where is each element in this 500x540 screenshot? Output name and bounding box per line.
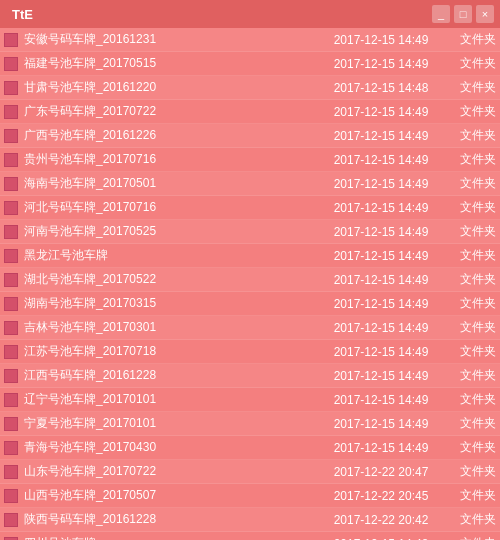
- file-type: 文件夹: [446, 367, 496, 384]
- table-row[interactable]: 广西号池车牌_201612262017-12-15 14:49文件夹: [0, 124, 500, 148]
- file-name: 广西号池车牌_20161226: [24, 127, 316, 144]
- table-row[interactable]: 湖南号池车牌_201703152017-12-15 14:49文件夹: [0, 292, 500, 316]
- folder-icon: [4, 369, 18, 383]
- file-date: 2017-12-15 14:49: [316, 201, 446, 215]
- file-date: 2017-12-15 14:48: [316, 537, 446, 541]
- file-type: 文件夹: [446, 127, 496, 144]
- folder-icon: [4, 441, 18, 455]
- folder-icon: [4, 81, 18, 95]
- file-name: 海南号池车牌_20170501: [24, 175, 316, 192]
- file-name: 山东号池车牌_20170722: [24, 463, 316, 480]
- file-type: 文件夹: [446, 223, 496, 240]
- folder-icon: [4, 105, 18, 119]
- folder-icon: [4, 177, 18, 191]
- file-name: 宁夏号池车牌_20170101: [24, 415, 316, 432]
- table-row[interactable]: 山西号池车牌_201705072017-12-22 20:45文件夹: [0, 484, 500, 508]
- file-type: 文件夹: [446, 175, 496, 192]
- folder-icon: [4, 153, 18, 167]
- file-date: 2017-12-15 14:49: [316, 153, 446, 167]
- file-name: 吉林号池车牌_20170301: [24, 319, 316, 336]
- file-name: 四川号池车牌: [24, 535, 316, 540]
- file-date: 2017-12-15 14:49: [316, 273, 446, 287]
- file-name: 安徽号码车牌_20161231: [24, 31, 316, 48]
- file-name: 黑龙江号池车牌: [24, 247, 316, 264]
- file-type: 文件夹: [446, 439, 496, 456]
- folder-icon: [4, 513, 18, 527]
- minimize-button[interactable]: _: [432, 5, 450, 23]
- file-name: 陕西号码车牌_20161228: [24, 511, 316, 528]
- file-date: 2017-12-15 14:49: [316, 441, 446, 455]
- maximize-button[interactable]: □: [454, 5, 472, 23]
- table-row[interactable]: 四川号池车牌2017-12-15 14:48文件夹: [0, 532, 500, 540]
- folder-icon: [4, 393, 18, 407]
- file-type: 文件夹: [446, 319, 496, 336]
- table-row[interactable]: 吉林号池车牌_201703012017-12-15 14:49文件夹: [0, 316, 500, 340]
- file-type: 文件夹: [446, 31, 496, 48]
- file-type: 文件夹: [446, 535, 496, 540]
- table-row[interactable]: 黑龙江号池车牌2017-12-15 14:49文件夹: [0, 244, 500, 268]
- file-date: 2017-12-15 14:49: [316, 177, 446, 191]
- folder-icon: [4, 225, 18, 239]
- table-row[interactable]: 甘肃号池车牌_201612202017-12-15 14:48文件夹: [0, 76, 500, 100]
- file-type: 文件夹: [446, 247, 496, 264]
- file-name: 甘肃号池车牌_20161220: [24, 79, 316, 96]
- folder-icon: [4, 297, 18, 311]
- table-row[interactable]: 河北号码车牌_201707162017-12-15 14:49文件夹: [0, 196, 500, 220]
- file-type: 文件夹: [446, 271, 496, 288]
- file-date: 2017-12-22 20:45: [316, 489, 446, 503]
- file-date: 2017-12-15 14:48: [316, 81, 446, 95]
- table-row[interactable]: 山东号池车牌_201707222017-12-22 20:47文件夹: [0, 460, 500, 484]
- file-type: 文件夹: [446, 295, 496, 312]
- file-date: 2017-12-15 14:49: [316, 321, 446, 335]
- file-date: 2017-12-15 14:49: [316, 225, 446, 239]
- folder-icon: [4, 417, 18, 431]
- close-button[interactable]: ×: [476, 5, 494, 23]
- file-name: 湖南号池车牌_20170315: [24, 295, 316, 312]
- table-row[interactable]: 贵州号池车牌_201707162017-12-15 14:49文件夹: [0, 148, 500, 172]
- folder-icon: [4, 273, 18, 287]
- folder-icon: [4, 537, 18, 541]
- file-name: 山西号池车牌_20170507: [24, 487, 316, 504]
- table-row[interactable]: 辽宁号池车牌_201701012017-12-15 14:49文件夹: [0, 388, 500, 412]
- file-type: 文件夹: [446, 151, 496, 168]
- folder-icon: [4, 345, 18, 359]
- file-type: 文件夹: [446, 511, 496, 528]
- table-row[interactable]: 青海号池车牌_201704302017-12-15 14:49文件夹: [0, 436, 500, 460]
- folder-icon: [4, 321, 18, 335]
- file-list: 安徽号码车牌_201612312017-12-15 14:49文件夹福建号池车牌…: [0, 28, 500, 540]
- title-bar: TtE _ □ ×: [0, 0, 500, 28]
- file-date: 2017-12-15 14:49: [316, 345, 446, 359]
- file-type: 文件夹: [446, 487, 496, 504]
- table-row[interactable]: 宁夏号池车牌_201701012017-12-15 14:49文件夹: [0, 412, 500, 436]
- file-type: 文件夹: [446, 79, 496, 96]
- folder-icon: [4, 465, 18, 479]
- folder-icon: [4, 33, 18, 47]
- folder-icon: [4, 129, 18, 143]
- table-row[interactable]: 江苏号池车牌_201707182017-12-15 14:49文件夹: [0, 340, 500, 364]
- file-type: 文件夹: [446, 391, 496, 408]
- folder-icon: [4, 489, 18, 503]
- table-row[interactable]: 安徽号码车牌_201612312017-12-15 14:49文件夹: [0, 28, 500, 52]
- table-row[interactable]: 广东号码车牌_201707222017-12-15 14:49文件夹: [0, 100, 500, 124]
- table-row[interactable]: 海南号池车牌_201705012017-12-15 14:49文件夹: [0, 172, 500, 196]
- file-type: 文件夹: [446, 103, 496, 120]
- file-name: 江苏号池车牌_20170718: [24, 343, 316, 360]
- file-name: 湖北号池车牌_20170522: [24, 271, 316, 288]
- table-row[interactable]: 河南号池车牌_201705252017-12-15 14:49文件夹: [0, 220, 500, 244]
- file-name: 广东号码车牌_20170722: [24, 103, 316, 120]
- table-row[interactable]: 福建号池车牌_201705152017-12-15 14:49文件夹: [0, 52, 500, 76]
- table-row[interactable]: 陕西号码车牌_201612282017-12-22 20:42文件夹: [0, 508, 500, 532]
- file-name: 辽宁号池车牌_20170101: [24, 391, 316, 408]
- file-date: 2017-12-15 14:49: [316, 249, 446, 263]
- file-date: 2017-12-15 14:49: [316, 297, 446, 311]
- file-date: 2017-12-15 14:49: [316, 57, 446, 71]
- file-name: 河南号池车牌_20170525: [24, 223, 316, 240]
- file-type: 文件夹: [446, 463, 496, 480]
- file-date: 2017-12-15 14:49: [316, 369, 446, 383]
- file-name: 贵州号池车牌_20170716: [24, 151, 316, 168]
- table-row[interactable]: 湖北号池车牌_201705222017-12-15 14:49文件夹: [0, 268, 500, 292]
- file-date: 2017-12-22 20:42: [316, 513, 446, 527]
- table-row[interactable]: 江西号码车牌_201612282017-12-15 14:49文件夹: [0, 364, 500, 388]
- file-date: 2017-12-15 14:49: [316, 105, 446, 119]
- file-name: 江西号码车牌_20161228: [24, 367, 316, 384]
